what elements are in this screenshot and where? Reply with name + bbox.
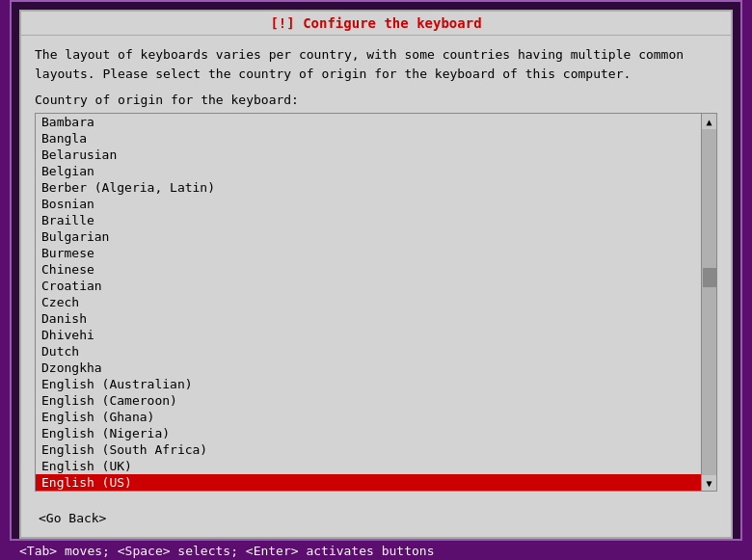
buttons-row: <Go Back> [21,501,731,537]
list-item[interactable]: Dhivehi [36,327,701,343]
description-text: The layout of keyboards varies per count… [35,45,717,83]
list-item[interactable]: English (Ghana) [36,409,701,425]
list-item[interactable]: English (US) [36,474,701,491]
list-item[interactable]: English (Nigeria) [36,425,701,441]
list-item[interactable]: Dutch [36,343,701,360]
list-item[interactable]: Dzongkha [36,360,701,376]
list-item[interactable]: Croatian [36,278,701,294]
list-item[interactable]: Danish [36,310,701,327]
keyboard-list[interactable]: BambaraBanglaBelarusianBelgianBerber (Al… [36,114,701,491]
list-label: Country of origin for the keyboard: [35,93,717,107]
list-item[interactable]: English (UK) [36,458,701,474]
list-item[interactable]: Chinese [36,261,701,278]
dialog-title: [!] Configure the keyboard [21,12,731,36]
scroll-thumb [703,268,716,287]
list-item[interactable]: Bambara [36,114,701,130]
list-item[interactable]: Bangla [36,130,701,147]
list-item[interactable]: Belgian [36,163,701,179]
list-item[interactable]: Braille [36,212,701,228]
list-item[interactable]: Burmese [36,245,701,261]
list-item[interactable]: English (Australian) [36,376,701,392]
list-item[interactable]: English (Cameroon) [36,392,701,409]
scroll-down-arrow[interactable]: ▼ [702,475,716,491]
list-item[interactable]: English (South Africa) [36,441,701,458]
list-item[interactable]: Bulgarian [36,228,701,245]
list-item[interactable]: Czech [36,294,701,310]
keyboard-list-container: BambaraBanglaBelarusianBelgianBerber (Al… [35,113,717,492]
scroll-track [702,129,716,475]
status-bar: <Tab> moves; <Space> selects; <Enter> ac… [10,541,742,560]
list-item[interactable]: Berber (Algeria, Latin) [36,179,701,196]
status-text: <Tab> moves; <Space> selects; <Enter> ac… [19,544,434,558]
scrollbar[interactable]: ▲ ▼ [701,114,716,491]
scroll-up-arrow[interactable]: ▲ [702,114,716,129]
list-item[interactable]: Belarusian [36,147,701,163]
go-back-button[interactable]: <Go Back> [35,509,110,527]
list-item[interactable]: Bosnian [36,196,701,212]
